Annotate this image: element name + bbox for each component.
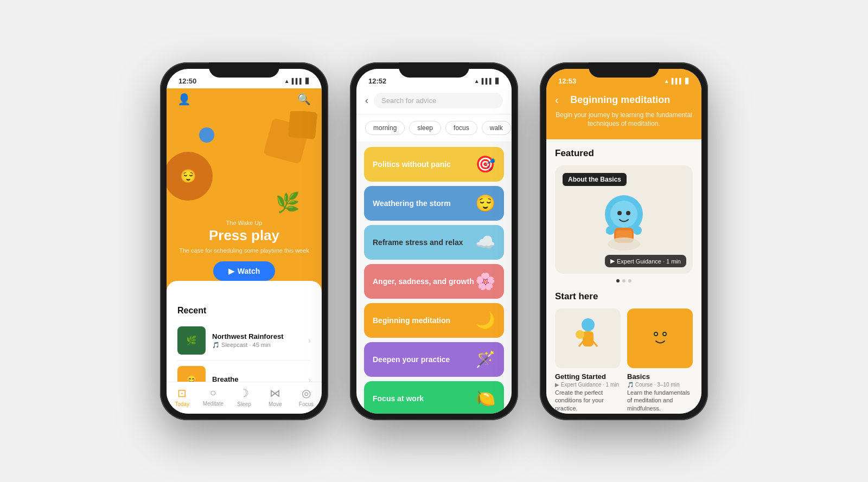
cat-emoji-4: 🌙 <box>475 311 495 330</box>
start-card-1[interactable]: Basics 🎵 Course · 3–10 min Learn the fun… <box>627 309 693 412</box>
battery-icon: ▊ <box>305 78 310 84</box>
search-icon[interactable]: 🔍 <box>297 93 311 106</box>
tab-focus-label: Focus <box>299 401 314 407</box>
start-here-section: Start here <box>546 291 701 413</box>
tab-today[interactable]: ⊡ Today <box>167 387 197 407</box>
cat-label-2: Reframe stress and relax <box>373 238 463 247</box>
status-icons-2: ▲ ▌▌▌ ▊ <box>474 78 500 84</box>
start-card-meta-1: 🎵 Course · 3–10 min <box>627 382 693 388</box>
time-1: 12:50 <box>178 77 196 85</box>
signal-icon-3: ▲ <box>664 78 669 84</box>
tab-move[interactable]: ⋈ Move <box>260 387 291 407</box>
hero-wave <box>167 281 322 297</box>
tab-sleep-label: Sleep <box>237 401 251 407</box>
cat-label-4: Beginning meditation <box>373 316 450 325</box>
start-card-0[interactable]: Getting Started ▶ Expert Guidance · 1 mi… <box>555 309 621 412</box>
chevron-right-icon: › <box>308 336 311 345</box>
recent-section: Recent 🌿 Northwest Rainforest 🎵 Sleepcas… <box>167 297 322 382</box>
tab-focus[interactable]: ◎ Focus <box>291 387 322 407</box>
cat-anger[interactable]: Anger, sadness, and growth 🌸 <box>364 264 504 299</box>
detail-header: ‹ Beginning meditation Begin your journe… <box>546 88 701 140</box>
cat-work[interactable]: Focus at work 🍋 <box>364 381 504 414</box>
recent-info-1: Breathe <box>212 375 302 382</box>
watch-label: Watch <box>238 267 260 275</box>
notch-3 <box>589 62 659 78</box>
start-card-desc-1: Learn the fundamentals of meditation and… <box>627 389 693 412</box>
today-icon: ⊡ <box>177 387 187 400</box>
recent-item-0[interactable]: 🌿 Northwest Rainforest 🎵 Sleepcast · 45 … <box>177 321 311 361</box>
cat-label-0: Politics without panic <box>373 160 451 169</box>
cat-emoji-2: ☁️ <box>475 233 495 252</box>
back-button-3[interactable]: ‹ <box>555 94 559 106</box>
cat-storm[interactable]: Weathering the storm 😌 <box>364 186 504 221</box>
svg-point-3 <box>626 211 630 215</box>
cat-label-6: Focus at work <box>373 394 424 403</box>
guidance-icon: ▶ <box>555 382 561 388</box>
sleep-icon: ☽ <box>239 387 249 400</box>
tab-today-label: Today <box>175 401 189 407</box>
wifi-icon-3: ▌▌▌ <box>672 78 683 84</box>
search-input[interactable]: Search for advice <box>374 93 503 108</box>
tab-meditate[interactable]: ○ Meditate <box>197 387 228 407</box>
cat-label-1: Weathering the storm <box>373 199 451 208</box>
hero-section: 👤 🔍 😌 🌿 The Wake Up Press play The case … <box>167 88 322 297</box>
watch-button[interactable]: ▶ Watch <box>213 261 275 281</box>
cat-stress[interactable]: Reframe stress and relax ☁️ <box>364 225 504 260</box>
svg-point-6 <box>608 237 640 250</box>
recent-item-1[interactable]: 😊 Breathe › <box>177 361 311 382</box>
start-card-desc-0: Create the perfect conditions for your p… <box>555 389 621 412</box>
status-icons-1: ▲ ▌▌▌ ▊ <box>284 78 310 84</box>
meditate-icon: ○ <box>210 387 216 399</box>
play-icon: ▶ <box>610 258 615 265</box>
profile-icon[interactable]: 👤 <box>177 93 191 106</box>
featured-section: Featured About the Basics <box>546 139 701 291</box>
cat-label-3: Anger, sadness, and growth <box>373 277 474 286</box>
chevron-right-icon-1: › <box>308 376 311 382</box>
tab-move-label: Move <box>269 401 282 407</box>
svg-rect-11 <box>583 331 593 346</box>
notch-2 <box>399 62 469 78</box>
featured-card[interactable]: About the Basics <box>555 165 693 274</box>
tag-walk[interactable]: walk <box>482 121 511 135</box>
svg-point-15 <box>645 320 675 351</box>
phone-2: 12:52 ▲ ▌▌▌ ▊ ‹ Search for advice mornin… <box>350 62 518 420</box>
dot-1 <box>622 279 626 282</box>
recent-meta-0: 🎵 Sleepcast · 45 min <box>212 342 302 349</box>
expert-badge: ▶ Expert Guidance · 1 min <box>605 255 686 267</box>
detail-content: Featured About the Basics <box>546 139 701 413</box>
signal-icon-2: ▲ <box>474 78 480 84</box>
basics-illustration <box>641 317 679 360</box>
start-card-title-1: Basics <box>627 372 693 381</box>
wifi-icon-2: ▌▌▌ <box>482 78 493 84</box>
getting-started-illustration <box>569 314 607 363</box>
cat-meditation[interactable]: Beginning meditation 🌙 <box>364 303 504 338</box>
svg-point-2 <box>617 211 622 215</box>
hero-ball <box>199 127 214 143</box>
recent-name-0: Northwest Rainforest <box>212 332 302 340</box>
back-button[interactable]: ‹ <box>365 95 368 106</box>
hero-description: The case for scheduling some playtime th… <box>177 247 311 254</box>
cat-emoji-5: 🪄 <box>475 350 495 369</box>
tag-morning[interactable]: morning <box>365 121 405 135</box>
hero-subtitle: The Wake Up <box>177 220 311 226</box>
cat-practice[interactable]: Deepen your practice 🪄 <box>364 342 504 377</box>
recent-title: Recent <box>177 306 311 316</box>
svg-point-18 <box>655 333 657 335</box>
phone-3: 12:53 ▲ ▌▌▌ ▊ ‹ Beginning meditation Beg… <box>540 62 708 420</box>
cat-politics[interactable]: Politics without panic 🎯 <box>364 147 504 182</box>
recent-thumb-1: 😊 <box>177 366 206 382</box>
dot-0 <box>616 279 620 282</box>
tag-focus[interactable]: focus <box>445 121 477 135</box>
tab-sleep[interactable]: ☽ Sleep <box>228 387 259 407</box>
status-icons-3: ▲ ▌▌▌ ▊ <box>664 78 690 84</box>
time-3: 12:53 <box>558 77 576 85</box>
cat-emoji-0: 🎯 <box>475 155 495 173</box>
notch <box>209 62 279 78</box>
wifi-icon: ▌▌▌ <box>292 78 303 84</box>
tag-sleep[interactable]: sleep <box>409 121 441 135</box>
dots-row <box>555 279 693 282</box>
cat-label-5: Deepen your practice <box>373 355 450 364</box>
start-card-meta-0: ▶ Expert Guidance · 1 min <box>555 382 621 388</box>
svg-point-8 <box>633 226 642 235</box>
svg-point-10 <box>582 318 595 331</box>
